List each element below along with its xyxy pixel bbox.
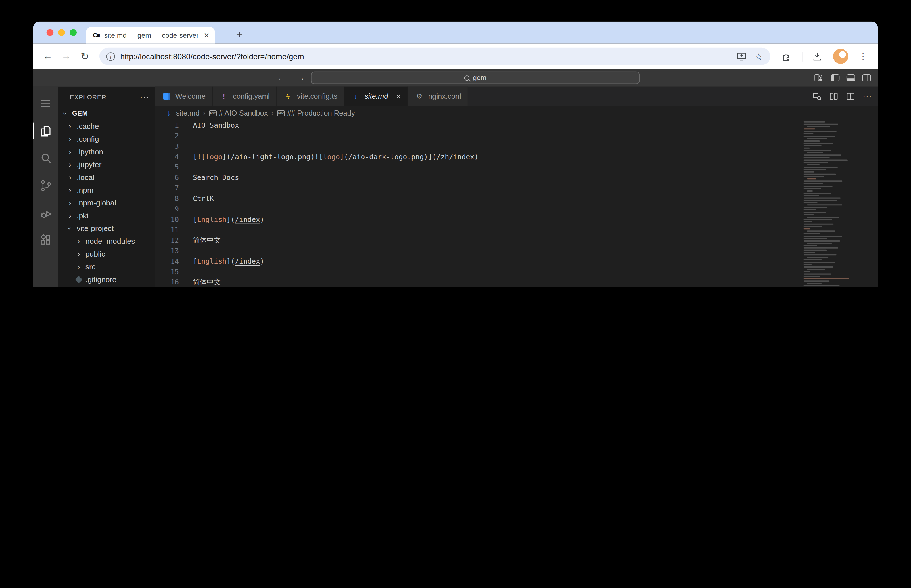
editor-pane[interactable]: 1AIO Sandbox234[![logo](/aio-light-logo.…	[155, 120, 878, 288]
browser-tab[interactable]: C■ site.md — gem — code-server ×	[86, 27, 215, 44]
toggle-sidebar-icon[interactable]	[831, 74, 840, 81]
tree-item-.npm-global[interactable]: ›.npm-global	[58, 196, 155, 209]
install-app-icon[interactable]	[736, 52, 746, 61]
window-minimize-button[interactable]	[58, 29, 65, 36]
tree-item-label: .local	[77, 173, 94, 182]
chevron-down-icon: ›	[61, 108, 69, 118]
close-icon[interactable]: ×	[396, 91, 401, 101]
editor-line[interactable]: 11	[155, 225, 878, 235]
breadcrumb[interactable]: ↓site.md›abc# AIO Sandbox›abc## Producti…	[155, 105, 878, 120]
bookmark-star-icon[interactable]: ☆	[754, 51, 763, 62]
tab-label: nginx.conf	[428, 92, 461, 100]
editor-line[interactable]: 15	[155, 267, 878, 277]
sidebar-item-explorer[interactable]	[33, 117, 58, 144]
toggle-secondary-sidebar-icon[interactable]	[862, 74, 871, 81]
sidebar-item-search[interactable]	[33, 144, 58, 172]
editor-line[interactable]: 2	[155, 131, 878, 141]
sidebar-item-source-control[interactable]	[33, 172, 58, 199]
line-content: [English](/index)	[179, 256, 264, 267]
editor-tab-config.yaml[interactable]: !config.yaml	[213, 87, 277, 106]
tree-item-label: node_modules	[86, 237, 135, 246]
editor-line[interactable]: 7	[155, 183, 878, 193]
tree-item-label: .pki	[77, 211, 88, 220]
source-control-icon	[39, 179, 53, 192]
browser-tab-title: site.md — gem — code-server	[104, 31, 198, 39]
split-editor-icon[interactable]	[846, 91, 855, 101]
breadcrumb-label: ## Production Ready	[287, 109, 355, 117]
tree-item-.npm[interactable]: ›.npm	[58, 184, 155, 196]
editor-line[interactable]: 4[![logo](/aio-light-logo.png)![logo](/a…	[155, 152, 878, 162]
breadcrumb-item[interactable]: ↓site.md	[164, 108, 199, 118]
address-bar[interactable]: i http://localhost:8080/code-server/?fol…	[99, 48, 770, 65]
tree-item-src[interactable]: ›src	[58, 260, 155, 273]
editor-line[interactable]: 10[English](/index)	[155, 214, 878, 225]
tree-item-label: .npm	[77, 186, 94, 194]
profile-avatar[interactable]	[833, 49, 848, 64]
reload-icon[interactable]: ↻	[77, 50, 92, 63]
breadcrumb-item[interactable]: abc## Production Ready	[277, 109, 355, 117]
editor-tab-site.md[interactable]: ↓site.md×	[344, 87, 408, 106]
tree-item-vite-project[interactable]: ›vite-project	[58, 222, 155, 235]
more-actions-icon[interactable]: ···	[863, 92, 872, 100]
editor-tab-vite.config.ts[interactable]: ϟvite.config.ts	[277, 87, 344, 106]
tree-item-public[interactable]: ›public	[58, 247, 155, 260]
url-text[interactable]: http://localhost:8080/code-server/?folde…	[120, 52, 733, 61]
back-icon[interactable]: ←	[40, 50, 55, 62]
sidebar-item-run-debug[interactable]	[33, 199, 58, 226]
editor-tab-welcome[interactable]: Welcome	[155, 87, 212, 106]
tree-item-eslint.config.js[interactable]: eslint.config.js	[58, 286, 155, 288]
forward-icon[interactable]: →	[59, 50, 74, 62]
open-changes-icon[interactable]	[829, 91, 838, 101]
chevron-right-icon: ›	[74, 250, 84, 258]
chevron-right-icon: ›	[65, 186, 75, 194]
tab-label: site.md	[365, 92, 388, 100]
tree-item-.pki[interactable]: ›.pki	[58, 209, 155, 222]
sidebar-item-extensions[interactable]	[33, 226, 58, 254]
tree-item-.gitignore[interactable]: .gitignore	[58, 273, 155, 286]
more-actions-icon[interactable]: ···	[140, 92, 149, 101]
editor-line[interactable]: 3	[155, 141, 878, 152]
tab-close-icon[interactable]: ×	[203, 30, 210, 40]
tree-item-gem[interactable]: ›GEM	[58, 107, 155, 120]
open-preview-icon[interactable]	[812, 91, 822, 101]
window-zoom-button[interactable]	[70, 29, 77, 36]
tree-item-.config[interactable]: ›.config	[58, 132, 155, 145]
line-content	[179, 225, 193, 235]
chevron-right-icon: ›	[65, 212, 75, 220]
breadcrumb-item[interactable]: abc# AIO Sandbox	[209, 109, 268, 117]
nav-forward-icon[interactable]: →	[297, 73, 305, 82]
downloads-icon[interactable]	[812, 52, 822, 61]
window-close-button[interactable]	[47, 29, 54, 36]
chevron-down-icon: ›	[66, 223, 74, 233]
minimap[interactable]	[803, 121, 852, 288]
editor-line[interactable]: 12简体中文	[155, 235, 878, 246]
toggle-panel-icon[interactable]	[846, 74, 855, 81]
tree-item-label: .cache	[77, 122, 99, 131]
editor-tab-nginx.conf[interactable]: ⚙nginx.conf	[408, 87, 468, 106]
tree-item-.cache[interactable]: ›.cache	[58, 120, 155, 132]
line-content: [English](/index)	[179, 214, 264, 225]
vscode-app: ← → gem	[33, 69, 878, 288]
tree-item-.jupyter[interactable]: ›.jupyter	[58, 158, 155, 171]
command-center-search[interactable]: gem	[311, 71, 640, 84]
tree-item-.local[interactable]: ›.local	[58, 171, 155, 183]
nav-back-icon[interactable]: ←	[277, 73, 285, 82]
customize-layout-icon[interactable]	[814, 74, 824, 81]
tree-item-node_modules[interactable]: ›node_modules	[58, 235, 155, 247]
menu-icon[interactable]	[33, 90, 58, 117]
line-content: 简体中文	[179, 235, 221, 246]
editor-line[interactable]: 13	[155, 246, 878, 256]
extensions-puzzle-icon[interactable]	[782, 51, 792, 61]
editor-line[interactable]: 16简体中文	[155, 277, 878, 288]
new-tab-plus-icon[interactable]: +	[232, 27, 247, 42]
site-info-icon[interactable]: i	[106, 52, 115, 61]
editor-line[interactable]: 1AIO Sandbox	[155, 120, 878, 131]
editor-line[interactable]: 14[English](/index)	[155, 256, 878, 267]
editor-line[interactable]: 9	[155, 204, 878, 214]
chevron-right-icon: ›	[65, 199, 75, 207]
editor-line[interactable]: 6Search Docs	[155, 173, 878, 183]
tree-item-.ipython[interactable]: ›.ipython	[58, 145, 155, 158]
editor-line[interactable]: 8CtrlK	[155, 193, 878, 204]
editor-line[interactable]: 5	[155, 162, 878, 173]
menu-kebab-icon[interactable]: ⋮	[859, 51, 867, 61]
